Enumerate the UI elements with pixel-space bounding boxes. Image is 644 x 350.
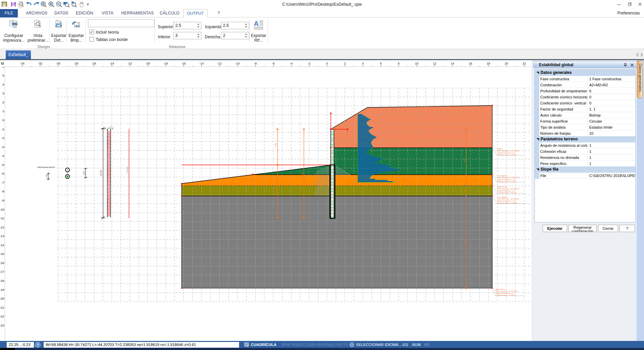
svg-text:18: 18 — [487, 62, 490, 65]
svg-text:-19: -19 — [0, 288, 4, 292]
svg-text:6: 6 — [2, 67, 4, 69]
svg-text:-6: -6 — [272, 62, 275, 65]
svg-text:-4: -4 — [290, 62, 292, 65]
svg-text:A: A — [351, 345, 353, 347]
svg-text:-34: -34 — [20, 62, 25, 65]
svg-text:Cohesión eficaz : 10 kN/m²: Cohesión eficaz : 10 kN/m² — [497, 202, 517, 204]
svg-text:10: 10 — [415, 62, 418, 65]
svg-text:3.00: 3.00 — [463, 159, 465, 163]
svg-text:-10: -10 — [235, 62, 239, 65]
svg-text:z: z — [332, 113, 333, 115]
svg-text:4: 4 — [2, 83, 4, 86]
svg-text:Cohesión eficaz : 5 kN/m²: Cohesión eficaz : 5 kN/m² — [497, 154, 517, 156]
svg-text:-2: -2 — [308, 62, 311, 65]
svg-text:22: 22 — [522, 62, 526, 65]
svg-text:-5: -5 — [1, 163, 4, 167]
svg-text:-8: -8 — [254, 62, 257, 65]
svg-text:-22: -22 — [0, 315, 4, 318]
svg-text:-12: -12 — [0, 226, 4, 229]
svg-text:x: x — [347, 130, 348, 132]
svg-text:-21: -21 — [0, 306, 4, 309]
svg-text:-8: -8 — [1, 190, 4, 193]
svg-text:6.00: 6.00 — [301, 173, 303, 177]
svg-text:12: 12 — [433, 62, 436, 65]
svg-text:6.00: 6.00 — [275, 188, 277, 192]
svg-text:-9: -9 — [1, 199, 4, 202]
svg-text:1.10: 1.10 — [463, 189, 465, 193]
svg-text:-11: -11 — [0, 217, 4, 220]
svg-text:-6: -6 — [1, 172, 4, 175]
svg-text:10.00: 10.00 — [100, 170, 102, 176]
svg-text:0: 0 — [326, 62, 328, 65]
svg-text:L=10.00: L=10.00 — [126, 166, 128, 174]
svg-text:Cohesión eficaz : 12 kN/m²: Cohesión eficaz : 12 kN/m² — [496, 294, 516, 296]
svg-text:A: A — [254, 20, 259, 27]
svg-text:10Ø16 Estribos Ø10/20 ′: 10Ø16 Estribos Ø10/20 ′ — [37, 166, 56, 168]
svg-text:-17: -17 — [0, 270, 4, 273]
svg-text:-7: -7 — [1, 181, 4, 184]
svg-text:6: 6 — [380, 62, 382, 65]
svg-text:-14: -14 — [199, 62, 204, 65]
svg-text:-20: -20 — [145, 62, 150, 65]
svg-text:0.40: 0.40 — [46, 175, 48, 178]
svg-text:-12: -12 — [217, 62, 222, 65]
svg-text:DXF: DXF — [56, 22, 61, 25]
svg-text:1: 1 — [2, 110, 4, 113]
svg-text:4: 4 — [362, 62, 364, 65]
svg-text:0.80: 0.80 — [83, 171, 85, 175]
svg-text:-15: -15 — [0, 252, 4, 256]
svg-text:14: 14 — [451, 62, 454, 65]
svg-text:-3: -3 — [1, 145, 4, 149]
svg-text:-16: -16 — [181, 62, 186, 65]
svg-text:-2: -2 — [1, 136, 4, 140]
svg-text:-14: -14 — [0, 244, 4, 247]
svg-text:2: 2 — [344, 62, 346, 65]
svg-text:2: 2 — [2, 101, 4, 104]
svg-text:20: 20 — [505, 62, 508, 65]
svg-text:?: ? — [37, 343, 39, 347]
svg-text:-1: -1 — [1, 128, 4, 131]
svg-text:-13: -13 — [0, 234, 4, 238]
svg-text:Cohesión eficaz : 5 kN/m²: Cohesión eficaz : 5 kN/m² — [497, 192, 517, 194]
svg-text:-24: -24 — [110, 62, 114, 65]
svg-text:4.00: 4.00 — [275, 143, 277, 147]
svg-text:8: 8 — [398, 62, 400, 65]
svg-text:-4: -4 — [1, 154, 4, 158]
svg-text:-16: -16 — [0, 261, 4, 265]
svg-text:-22: -22 — [128, 62, 132, 65]
svg-text:-28: -28 — [74, 62, 78, 65]
svg-text:16: 16 — [469, 62, 472, 65]
svg-text:Cohesión eficaz : 5 kN/m²: Cohesión eficaz : 5 kN/m² — [497, 181, 517, 183]
svg-text:5: 5 — [2, 74, 4, 77]
svg-text:0: 0 — [2, 119, 4, 122]
svg-text:0.8: 0.8 — [110, 126, 112, 128]
svg-text:-20: -20 — [0, 297, 4, 300]
svg-text:-10: -10 — [0, 208, 4, 211]
svg-text:3: 3 — [2, 92, 4, 95]
svg-text:11.00: 11.00 — [463, 238, 465, 244]
svg-text:-18: -18 — [164, 62, 168, 65]
svg-text:-32: -32 — [38, 62, 42, 65]
svg-text:-18: -18 — [0, 279, 4, 282]
svg-text:-23: -23 — [0, 324, 4, 327]
svg-text:-30: -30 — [56, 62, 60, 65]
svg-text:-26: -26 — [92, 62, 96, 65]
